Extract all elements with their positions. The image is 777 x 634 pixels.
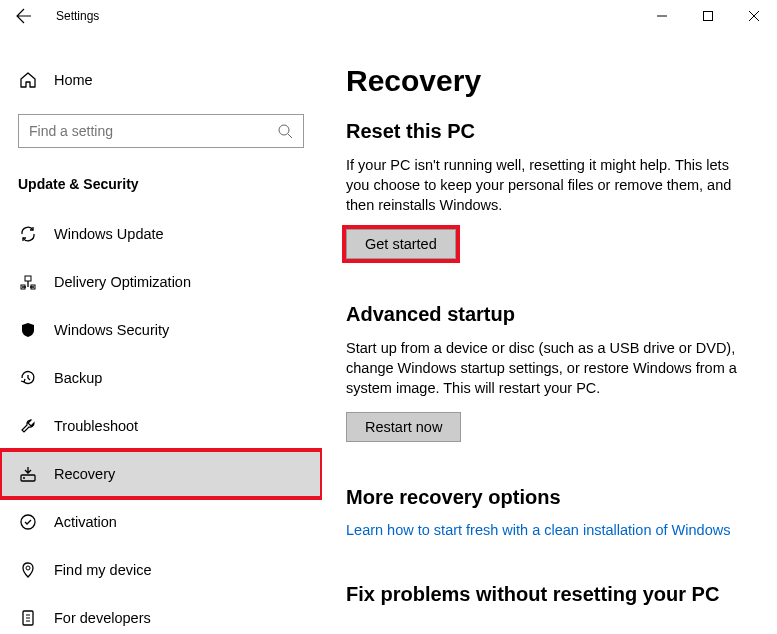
svg-point-1 — [279, 125, 289, 135]
fix-heading: Fix problems without resetting your PC — [346, 583, 745, 606]
minimize-icon — [657, 11, 667, 21]
nav-label: Windows Update — [54, 226, 164, 242]
reset-text: If your PC isn't running well, resetting… — [346, 155, 745, 215]
minimize-button[interactable] — [639, 0, 685, 32]
nav-item-for-developers[interactable]: For developers — [0, 594, 322, 634]
shield-icon — [18, 320, 38, 340]
section-advanced-startup: Advanced startup Start up from a device … — [346, 303, 745, 442]
nav-item-troubleshoot[interactable]: Troubleshoot — [0, 402, 322, 450]
back-arrow-icon — [16, 8, 32, 24]
svg-rect-2 — [25, 276, 31, 281]
svg-point-7 — [21, 515, 35, 529]
nav-label: Find my device — [54, 562, 152, 578]
advanced-heading: Advanced startup — [346, 303, 745, 326]
more-heading: More recovery options — [346, 486, 745, 509]
close-button[interactable] — [731, 0, 777, 32]
sidebar: Home Update & Security Windows Update De… — [0, 32, 322, 634]
content-area: Recovery Reset this PC If your PC isn't … — [322, 32, 777, 634]
wrench-icon — [18, 416, 38, 436]
nav-label: Delivery Optimization — [54, 274, 191, 290]
home-label: Home — [54, 72, 93, 88]
nav-item-windows-security[interactable]: Windows Security — [0, 306, 322, 354]
sync-icon — [18, 224, 38, 244]
window-title: Settings — [56, 9, 99, 23]
titlebar: Settings — [0, 0, 777, 32]
advanced-text: Start up from a device or disc (such as … — [346, 338, 745, 398]
nav-label: Troubleshoot — [54, 418, 138, 434]
search-input[interactable] — [29, 123, 277, 139]
nav-label: Windows Security — [54, 322, 169, 338]
nav-label: Backup — [54, 370, 102, 386]
nav-item-backup[interactable]: Backup — [0, 354, 322, 402]
svg-rect-0 — [704, 12, 713, 21]
back-button[interactable] — [8, 0, 40, 32]
nav-item-activation[interactable]: Activation — [0, 498, 322, 546]
home-icon — [18, 70, 38, 90]
maximize-button[interactable] — [685, 0, 731, 32]
location-icon — [18, 560, 38, 580]
close-icon — [749, 11, 759, 21]
backup-icon — [18, 368, 38, 388]
section-fix-problems: Fix problems without resetting your PC — [346, 583, 745, 606]
page-title: Recovery — [346, 64, 745, 98]
category-heading: Update & Security — [18, 176, 322, 192]
check-circle-icon — [18, 512, 38, 532]
svg-point-8 — [26, 566, 30, 570]
recovery-icon — [18, 464, 38, 484]
maximize-icon — [703, 11, 713, 21]
search-box[interactable] — [18, 114, 304, 148]
nav-list: Windows Update Delivery Optimization Win… — [0, 210, 322, 634]
restart-now-button[interactable]: Restart now — [346, 412, 461, 442]
section-reset-pc: Reset this PC If your PC isn't running w… — [346, 120, 745, 259]
home-button[interactable]: Home — [0, 60, 322, 100]
reset-heading: Reset this PC — [346, 120, 745, 143]
section-more-recovery: More recovery options Learn how to start… — [346, 486, 745, 539]
nav-label: For developers — [54, 610, 151, 626]
get-started-button[interactable]: Get started — [346, 229, 456, 259]
nav-label: Recovery — [54, 466, 115, 482]
delivery-icon — [18, 272, 38, 292]
search-icon — [277, 123, 293, 139]
developers-icon — [18, 608, 38, 628]
nav-item-delivery-optimization[interactable]: Delivery Optimization — [0, 258, 322, 306]
fresh-install-link[interactable]: Learn how to start fresh with a clean in… — [346, 522, 730, 538]
nav-item-recovery[interactable]: Recovery — [0, 450, 322, 498]
nav-label: Activation — [54, 514, 117, 530]
nav-item-windows-update[interactable]: Windows Update — [0, 210, 322, 258]
nav-item-find-my-device[interactable]: Find my device — [0, 546, 322, 594]
window-controls — [639, 0, 777, 32]
svg-point-6 — [23, 477, 25, 479]
